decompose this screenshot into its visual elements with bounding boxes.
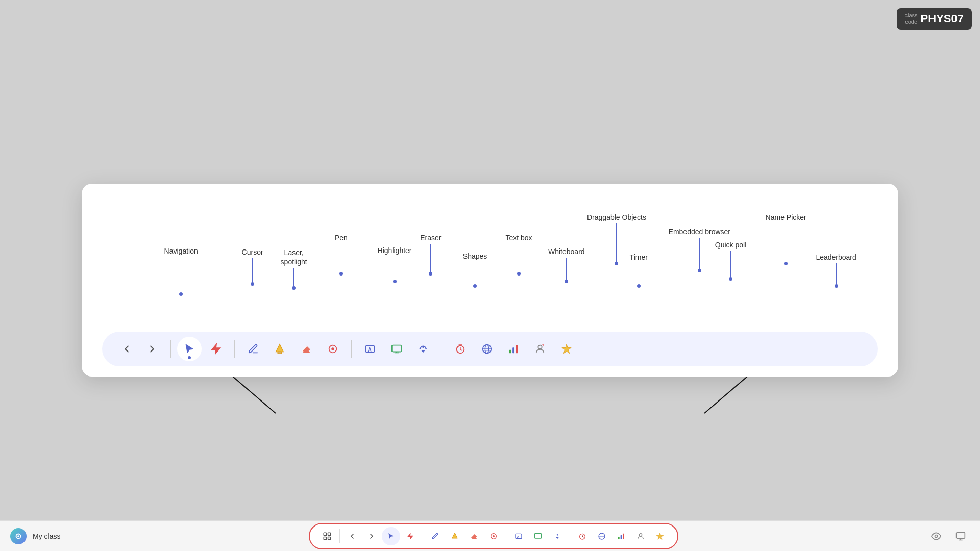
svg-point-14	[538, 345, 542, 349]
svg-point-3	[331, 347, 334, 350]
svg-rect-6	[392, 345, 401, 352]
mini-divider-2	[423, 529, 423, 543]
mini-whiteboard-button[interactable]	[529, 527, 547, 545]
eraser-button[interactable]	[294, 337, 318, 361]
divider-1	[170, 340, 171, 358]
label-textbox: Text box	[505, 234, 532, 276]
mini-forward-button[interactable]	[362, 527, 381, 545]
mini-textbox-button[interactable]: A	[509, 527, 528, 545]
label-leaderboard: Leaderboard	[816, 253, 856, 288]
taskbar-right	[927, 527, 970, 545]
divider-2	[234, 340, 235, 358]
cursor-button[interactable]	[177, 337, 202, 361]
label-navigation: Navigation	[164, 247, 198, 296]
tooltip-popup: Navigation Cursor Laser,spotlight Pen Hi…	[82, 184, 898, 377]
label-laser: Laser,spotlight	[281, 248, 307, 290]
mini-eraser-button[interactable]	[465, 527, 483, 545]
svg-rect-13	[516, 345, 518, 354]
class-code-label: classcode	[905, 12, 918, 26]
svg-point-26	[493, 535, 495, 537]
pen-button[interactable]	[241, 337, 265, 361]
svg-text:A: A	[517, 535, 520, 538]
label-shapes: Shapes	[463, 252, 487, 288]
mini-embedded-button[interactable]	[593, 527, 611, 545]
class-code-value: PHYS07	[921, 12, 964, 26]
active-indicator	[188, 356, 191, 359]
taskbar-center: A	[60, 523, 927, 549]
svg-marker-24	[452, 533, 458, 538]
namepicker-button[interactable]: ?	[528, 337, 552, 361]
svg-rect-33	[618, 537, 620, 539]
mini-divider-4	[570, 529, 570, 543]
label-pen: Pen	[335, 234, 348, 276]
mini-divider-3	[506, 529, 506, 543]
labels-area: Navigation Cursor Laser,spotlight Pen Hi…	[102, 199, 878, 327]
mini-namepicker-button[interactable]	[631, 527, 650, 545]
svg-point-30	[557, 534, 558, 536]
mini-toolbar: A	[309, 523, 678, 549]
label-whiteboard: Whiteboard	[548, 247, 585, 283]
label-timer: Timer	[630, 253, 648, 288]
divider-3	[351, 340, 352, 358]
shapes-button[interactable]	[321, 337, 345, 361]
svg-point-37	[935, 535, 938, 537]
quickpoll-button[interactable]	[501, 337, 526, 361]
svg-marker-0	[276, 344, 284, 352]
mini-leaderboard-button[interactable]	[651, 527, 669, 545]
svg-rect-20	[324, 533, 326, 535]
class-code-badge: classcode PHYS07	[897, 8, 972, 30]
svg-rect-22	[324, 537, 326, 539]
taskbar: My class	[0, 520, 980, 551]
mini-cursor-button[interactable]	[382, 527, 400, 545]
mini-laser-button[interactable]	[401, 527, 420, 545]
svg-point-19	[17, 535, 19, 537]
taskbar-left: My class	[10, 528, 60, 544]
back-button[interactable]	[114, 337, 139, 361]
mini-back-button[interactable]	[343, 527, 361, 545]
mini-quickpoll-button[interactable]	[612, 527, 630, 545]
mini-highlighter-button[interactable]	[446, 527, 464, 545]
label-highlighter: Highlighter	[378, 246, 412, 283]
mini-shapes-button[interactable]	[484, 527, 503, 545]
mini-divider-1	[339, 529, 340, 543]
whiteboard-button[interactable]	[384, 337, 409, 361]
mini-draggable-button[interactable]	[548, 527, 567, 545]
svg-point-36	[640, 533, 642, 536]
draggable-button[interactable]	[411, 337, 435, 361]
monitor-button[interactable]	[951, 527, 970, 545]
nav-group	[114, 337, 164, 361]
label-eraser: Eraser	[420, 234, 441, 276]
textbox-button[interactable]: A	[358, 337, 382, 361]
timer-button[interactable]	[448, 337, 473, 361]
mini-grid-button[interactable]	[318, 527, 336, 545]
svg-rect-34	[621, 535, 622, 539]
svg-rect-23	[328, 537, 331, 539]
eye-button[interactable]	[927, 527, 945, 545]
svg-rect-12	[512, 347, 514, 353]
toolbar-popup: A	[102, 332, 878, 366]
mini-pen-button[interactable]	[426, 527, 445, 545]
svg-rect-11	[509, 350, 511, 353]
label-quickpoll: Quick poll	[715, 241, 746, 281]
divider-4	[442, 340, 442, 358]
label-cursor: Cursor	[242, 248, 263, 286]
svg-rect-35	[623, 533, 625, 539]
laser-button[interactable]	[204, 337, 228, 361]
mini-timer-button[interactable]	[573, 527, 592, 545]
highlighter-button[interactable]	[267, 337, 292, 361]
svg-rect-1	[278, 352, 281, 354]
app-avatar	[10, 528, 27, 544]
svg-rect-29	[535, 533, 542, 538]
svg-rect-21	[328, 533, 331, 535]
svg-text:?: ?	[542, 343, 544, 348]
svg-text:A: A	[368, 347, 372, 353]
embedded-browser-button[interactable]	[475, 337, 499, 361]
my-class-label: My class	[33, 532, 60, 540]
svg-rect-38	[957, 532, 965, 538]
leaderboard-button[interactable]	[554, 337, 579, 361]
label-namepicker: Name Picker	[766, 213, 806, 265]
forward-button[interactable]	[140, 337, 164, 361]
